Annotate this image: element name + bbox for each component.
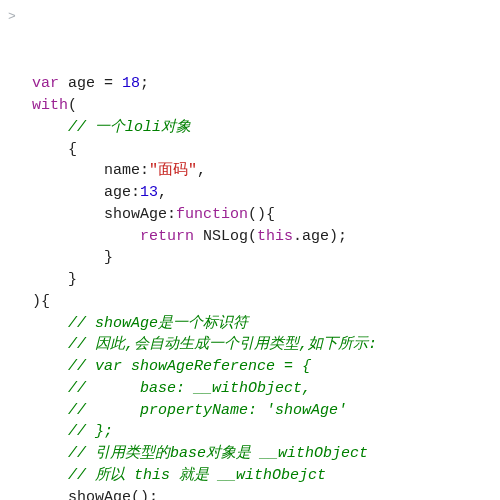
property: age: bbox=[104, 184, 140, 201]
text: ){ bbox=[32, 293, 50, 310]
comment: // base: __withObject, bbox=[68, 380, 311, 397]
gutter-chevron: > bbox=[8, 8, 16, 27]
number: 18 bbox=[122, 75, 140, 92]
brace: { bbox=[68, 141, 77, 158]
text: , bbox=[158, 184, 167, 201]
comment: // showAge是一个标识符 bbox=[68, 315, 248, 332]
keyword-this: this bbox=[257, 228, 293, 245]
text: .age); bbox=[293, 228, 347, 245]
text: (){ bbox=[248, 206, 275, 223]
text: age = bbox=[59, 75, 122, 92]
text: NSLog( bbox=[194, 228, 257, 245]
code-editor[interactable]: > var age = 18; with( // 一个loli对象 { name… bbox=[0, 0, 500, 500]
keyword-return: return bbox=[140, 228, 194, 245]
keyword-with: with bbox=[32, 97, 68, 114]
keyword-function: function bbox=[176, 206, 248, 223]
property: name: bbox=[104, 162, 149, 179]
comment: // 一个loli对象 bbox=[68, 119, 191, 136]
text: , bbox=[197, 162, 206, 179]
text: ( bbox=[68, 97, 77, 114]
comment: // 引用类型的base对象是 __withObject bbox=[68, 445, 368, 462]
keyword-var: var bbox=[32, 75, 59, 92]
number: 13 bbox=[140, 184, 158, 201]
string: "面码" bbox=[149, 162, 197, 179]
text: ; bbox=[140, 75, 149, 92]
comment: // 所以 this 就是 __withObejct bbox=[68, 467, 326, 484]
brace: } bbox=[104, 249, 113, 266]
comment: // 因此,会自动生成一个引用类型,如下所示: bbox=[68, 336, 377, 353]
comment: // var showAgeReference = { bbox=[68, 358, 311, 375]
brace: } bbox=[68, 271, 77, 288]
comment: // propertyName: 'showAge' bbox=[68, 402, 347, 419]
property: showAge: bbox=[104, 206, 176, 223]
comment: // }; bbox=[68, 423, 113, 440]
code-content: var age = 18; with( // 一个loli对象 { name:"… bbox=[32, 73, 496, 500]
call: showAge(); bbox=[68, 489, 158, 501]
